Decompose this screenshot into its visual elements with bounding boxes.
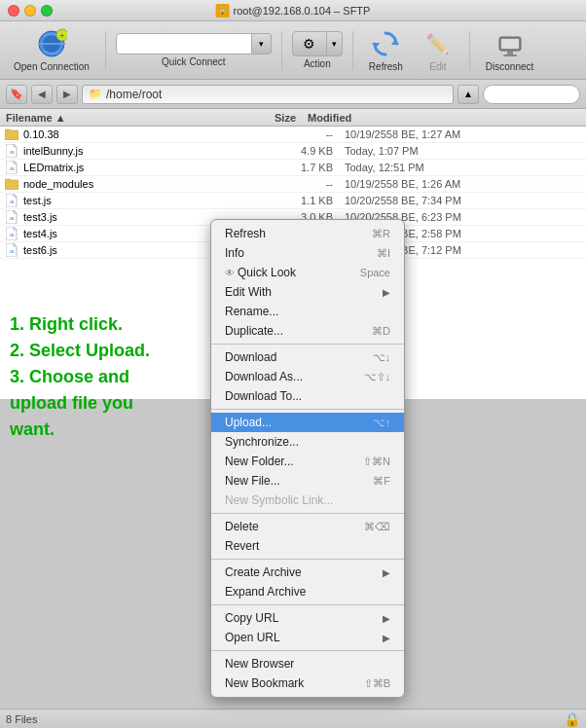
header-size[interactable]: Size xyxy=(224,112,302,124)
menu-item-open-url[interactable]: Open URL▶ xyxy=(211,628,404,647)
file-name: 0.10.38 xyxy=(21,128,261,140)
quick-connect-dropdown[interactable]: ▾ xyxy=(252,33,272,55)
toolbar-separator-4 xyxy=(469,31,470,70)
svg-rect-10 xyxy=(503,55,517,56)
close-button[interactable] xyxy=(8,5,19,17)
path-bar[interactable]: 📁 /home/root xyxy=(82,85,454,104)
menu-item-arrow: ▶ xyxy=(383,613,390,624)
menu-item-shortcut: ⌥↑ xyxy=(373,417,391,429)
menu-item-quick-look[interactable]: 👁Quick LookSpace xyxy=(211,263,404,282)
file-icon: JS xyxy=(4,226,19,241)
edit-label: Edit xyxy=(429,61,446,72)
svg-text:JS: JS xyxy=(10,166,15,171)
search-input[interactable] xyxy=(483,85,580,104)
header-filename[interactable]: Filename ▲ xyxy=(0,112,224,124)
menu-item-expand-archive[interactable]: Expand Archive xyxy=(211,582,404,601)
quick-connect-label: Quick Connect xyxy=(162,56,226,67)
sftp-icon: 🔒 xyxy=(216,4,230,18)
menu-item-label: New Folder... xyxy=(225,455,363,468)
table-row[interactable]: node_modules--10/19/2558 BE, 1:26 AM xyxy=(0,176,586,193)
refresh-button[interactable]: Refresh xyxy=(363,24,409,76)
context-menu: Refresh⌘RInfo⌘I👁Quick LookSpaceEdit With… xyxy=(210,219,405,698)
header-modified[interactable]: Modified xyxy=(302,112,586,124)
minimize-button[interactable] xyxy=(24,5,36,17)
menu-item-arrow: ▶ xyxy=(383,567,390,578)
menu-item-new-bookmark[interactable]: New Bookmark⇧⌘B xyxy=(211,673,404,693)
toolbar: + Open Connection ▾ Quick Connect ⚙ ▾ Ac… xyxy=(0,21,586,80)
table-row[interactable]: 0.10.38--10/19/2558 BE, 1:27 AM xyxy=(0,127,586,143)
menu-item-shortcut: ⌘⌫ xyxy=(364,521,390,533)
menu-item-download-to[interactable]: Download To... xyxy=(211,386,404,406)
menu-item-rename[interactable]: Rename... xyxy=(211,302,404,321)
menu-item-refresh[interactable]: Refresh⌘R xyxy=(211,224,404,243)
menu-item-duplicate[interactable]: Duplicate...⌘D xyxy=(211,321,404,341)
file-icon: JS xyxy=(4,193,19,208)
action-btn-group: ⚙ ▾ xyxy=(292,31,343,56)
menu-item-label: Download As... xyxy=(225,370,364,383)
bookmark-button[interactable]: 🔖 xyxy=(6,85,27,104)
menu-item-delete[interactable]: Delete⌘⌫ xyxy=(211,517,404,536)
menu-item-upload[interactable]: Upload...⌥↑ xyxy=(211,413,404,432)
statusbar: 8 Files 🔒 xyxy=(0,709,586,728)
menu-item-label: Refresh xyxy=(225,227,372,240)
menu-item-label: Duplicate... xyxy=(225,324,372,338)
svg-marker-6 xyxy=(372,43,380,49)
menu-item-label: New Browser xyxy=(225,657,390,671)
file-icon xyxy=(4,176,19,192)
menu-item-edit-with[interactable]: Edit With▶ xyxy=(211,282,404,302)
menu-item-label: New Symbolic Link... xyxy=(225,493,390,507)
file-modified: 10/20/2558 BE, 7:34 PM xyxy=(339,195,586,206)
menu-item-shortcut: ⌘I xyxy=(377,247,390,260)
file-icon: JS xyxy=(4,160,19,175)
zoom-button[interactable] xyxy=(41,5,53,17)
svg-rect-9 xyxy=(507,51,513,55)
table-row[interactable]: JStest.js1.1 KB10/20/2558 BE, 7:34 PM xyxy=(0,193,586,209)
up-button[interactable]: ▲ xyxy=(458,85,479,104)
svg-text:JS: JS xyxy=(10,233,15,237)
menu-item-new-file[interactable]: New File...⌘F xyxy=(211,471,404,491)
file-modified: Today, 12:51 PM xyxy=(339,162,586,173)
menu-separator xyxy=(211,344,404,345)
action-group: ⚙ ▾ Action xyxy=(292,31,343,69)
menu-item-download-as[interactable]: Download As...⌥⇧↓ xyxy=(211,367,404,386)
filelist-header: Filename ▲ Size Modified xyxy=(0,109,586,127)
svg-text:JS: JS xyxy=(10,216,15,221)
menu-separator xyxy=(211,559,404,560)
file-modified: Today, 1:07 PM xyxy=(339,145,586,157)
menu-separator xyxy=(211,409,404,410)
file-icon: JS xyxy=(4,242,19,258)
menu-item-new-folder[interactable]: New Folder...⇧⌘N xyxy=(211,452,404,471)
disconnect-button[interactable]: Disconnect xyxy=(480,24,539,76)
menu-item-copy-url[interactable]: Copy URL▶ xyxy=(211,608,404,628)
edit-button[interactable]: ✏️ Edit xyxy=(417,24,459,76)
menu-item-label: Copy URL xyxy=(225,611,383,625)
open-connection-button[interactable]: + Open Connection xyxy=(8,24,95,76)
menu-item-new-browser[interactable]: New Browser xyxy=(211,654,404,673)
menu-item-synchronize[interactable]: Synchronize... xyxy=(211,432,404,452)
menu-item-label: Edit With xyxy=(225,285,383,299)
back-button[interactable]: ◀ xyxy=(31,85,53,104)
menu-item-create-archive[interactable]: Create Archive▶ xyxy=(211,563,404,582)
menu-item-shortcut: ⇧⌘B xyxy=(364,677,390,690)
menu-item-info[interactable]: Info⌘I xyxy=(211,243,404,263)
open-connection-icon: + xyxy=(36,28,67,59)
lock-icon: 🔒 xyxy=(564,711,580,727)
forward-button[interactable]: ▶ xyxy=(56,85,78,104)
disconnect-label: Disconnect xyxy=(486,61,533,72)
disconnect-icon xyxy=(494,28,526,59)
menu-item-download[interactable]: Download⌥↓ xyxy=(211,347,404,367)
file-size: 1.1 KB xyxy=(261,195,339,206)
table-row[interactable]: JSLEDmatrix.js1.7 KBToday, 12:51 PM xyxy=(0,160,586,176)
action-main-button[interactable]: ⚙ xyxy=(292,31,327,56)
titlebar: 🔒 root@192.168.0.104 – SFTP xyxy=(0,0,586,21)
file-name: intelBunny.js xyxy=(21,145,261,157)
file-modified: 10/19/2558 BE, 1:26 AM xyxy=(339,178,586,190)
toolbar-separator-1 xyxy=(105,31,106,70)
menu-item-revert[interactable]: Revert xyxy=(211,536,404,556)
menu-item-shortcut: ⌘R xyxy=(372,228,390,240)
file-name: test.js xyxy=(21,195,261,206)
quick-connect-input[interactable] xyxy=(116,33,252,55)
menu-separator xyxy=(211,650,404,651)
action-dropdown[interactable]: ▾ xyxy=(327,31,343,56)
table-row[interactable]: JSintelBunny.js4.9 KBToday, 1:07 PM xyxy=(0,143,586,160)
